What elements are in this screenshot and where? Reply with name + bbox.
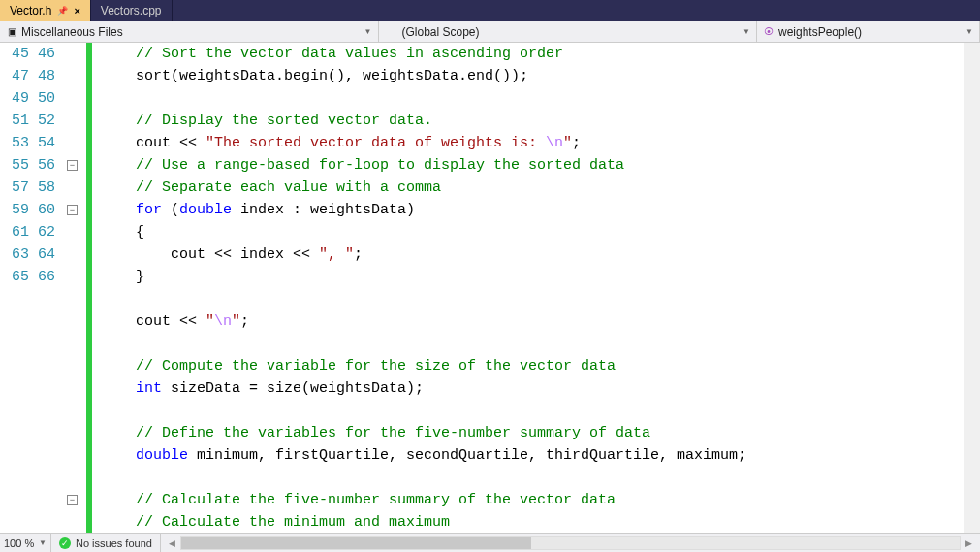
method-icon: ⦿ [763,26,775,38]
issues-indicator[interactable]: ✓ No issues found [51,534,161,552]
scroll-left-icon[interactable]: ◀ [165,538,180,548]
scroll-right-icon[interactable]: ▶ [961,538,976,548]
scroll-thumb[interactable] [181,537,531,549]
outline-toggle[interactable]: − [67,205,78,215]
chevron-down-icon: ▼ [39,538,47,547]
csharp-file-icon: ▣ [6,26,17,38]
tab-label: Vectors.cpp [101,4,162,17]
line-number-gutter: 45 46 47 48 49 50 51 52 53 54 55 56 57 5… [0,43,63,533]
project-label: Miscellaneous Files [21,25,123,39]
scope-bar: ▣ Miscellaneous Files ▼ (Global Scope) ▼… [0,21,980,43]
zoom-dropdown[interactable]: 100 % ▼ [0,534,51,552]
tab-strip: Vector.h 📌 × Vectors.cpp [0,0,980,21]
scope-dropdown[interactable]: (Global Scope) ▼ [379,21,758,42]
issues-label: No issues found [76,537,152,549]
tab-vectors-cpp[interactable]: Vectors.cpp [91,0,173,21]
chevron-down-icon: ▼ [743,27,750,36]
pin-icon[interactable]: 📌 [57,6,68,16]
tab-label: Vector.h [10,4,51,17]
check-circle-icon: ✓ [59,537,71,549]
close-icon[interactable]: × [74,5,79,16]
tab-vector-h[interactable]: Vector.h 📌 × [0,0,91,21]
status-bar: 100 % ▼ ✓ No issues found ◀ ▶ [0,533,980,552]
outline-toggle[interactable]: − [67,495,78,505]
project-dropdown[interactable]: ▣ Miscellaneous Files ▼ [0,21,379,42]
chevron-down-icon: ▼ [364,27,372,36]
scope-label: (Global Scope) [402,25,480,39]
vertical-scrollbar[interactable] [964,43,980,533]
editor-area: 45 46 47 48 49 50 51 52 53 54 55 56 57 5… [0,43,980,533]
scroll-track[interactable] [180,536,961,550]
zoom-label: 100 % [4,537,34,549]
code-editor[interactable]: // Sort the vector data values in ascend… [92,43,964,533]
member-dropdown[interactable]: ⦿ weightsPeople() ▼ [757,21,980,42]
outline-margin: −−− [63,43,86,533]
outline-toggle[interactable]: − [67,160,78,171]
chevron-down-icon: ▼ [965,27,973,36]
horizontal-scrollbar[interactable]: ◀ ▶ [161,534,980,552]
member-label: weightsPeople() [778,25,862,39]
